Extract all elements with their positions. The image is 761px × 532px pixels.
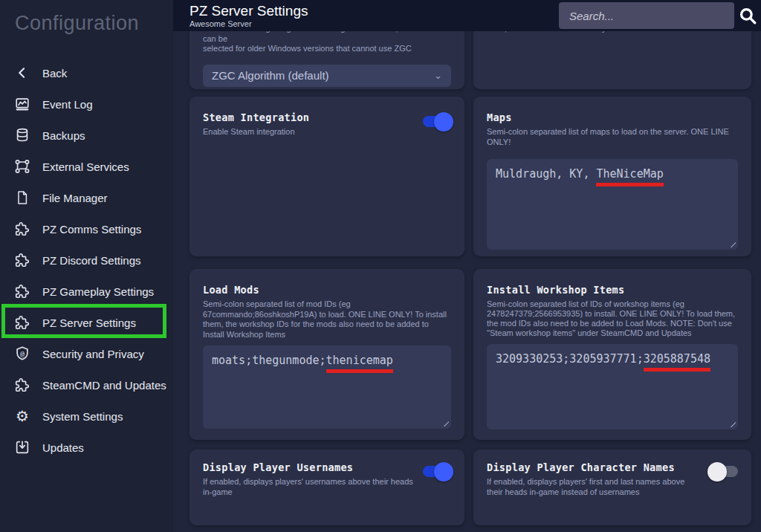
sidebar-item-updates[interactable]: Updates [0,432,173,463]
resize-handle[interactable] [441,419,449,426]
card-load-mods: Load Mods Semi-colon separated list of m… [190,269,464,440]
setting-description: If enabled, displays players' first and … [487,477,702,497]
display-player-character-names-toggle[interactable] [710,466,738,477]
garbage-collector-select[interactable]: ZGC Algorithm (default) ⌄ [203,65,451,87]
setting-description-clipped: The default Java garbage collection algo… [203,31,451,44]
page-title: PZ Server Settings [190,3,308,19]
puzzle-icon [13,220,31,238]
setting-title: Display Player Usernames [203,461,423,473]
setting-title: Display Player Character Names [487,461,702,473]
resize-handle[interactable] [728,240,736,247]
setting-description: selected for older Windows versions that… [203,44,451,54]
install-workshop-items-input[interactable]: 3209330253;3205937771;3205887548 [487,344,738,429]
network-icon [13,158,31,175]
sidebar-item-label: External Services [42,160,129,173]
puzzle-icon [13,376,31,394]
sidebar-item-event-log[interactable]: Event Log [0,88,173,120]
sidebar-item-label: SteamCMD and Updates [42,379,166,392]
sidebar-item-label: Updates [42,441,84,454]
setting-description: If enabled, displays players' usernames … [203,477,423,497]
svg-text:@: @ [20,349,25,357]
sidebar-nav: Back Event Log Backups External Services [0,57,173,463]
card-maps: Maps Semi-colon separated list of maps t… [473,97,751,256]
setting-description: Semi-colon separated list of mod IDs (eg… [203,299,451,340]
sidebar-item-label: System Settings [42,410,123,423]
toggle-knob [707,462,727,481]
sidebar-item-label: Event Log [42,98,93,111]
sidebar-item-security-and-privacy[interactable]: @ Security and Privacy [0,338,173,369]
sidebar-item-system-settings[interactable]: ⚙ System Settings [0,400,173,432]
app-window: Configuration Back Event Log Backups [0,0,761,532]
sidebar-item-back[interactable]: Back [0,57,173,88]
puzzle-icon [13,251,31,269]
card-display-player-usernames: Display Player Usernames If enabled, dis… [190,450,464,525]
setting-title: Steam Integration [203,111,309,123]
sidebar-item-label: PZ Comms Settings [42,223,141,236]
sidebar-item-pz-gameplay-settings[interactable]: PZ Gameplay Settings [0,276,173,307]
page-subtitle: Awesome Server [190,19,308,29]
card-steam-integration: Steam Integration Enable Steam integrati… [190,97,464,256]
sidebar-item-steamcmd-and-updates[interactable]: SteamCMD and Updates [0,369,173,400]
setting-title: Maps [487,111,738,123]
sidebar-item-label: Back [42,67,67,80]
setting-description: Enable Steam integration [203,127,309,137]
sidebar-item-file-manager[interactable]: File Manager [0,182,173,213]
puzzle-icon [13,314,31,331]
sidebar-item-backups[interactable]: Backups [0,120,173,151]
sidebar-item-label: PZ Gameplay Settings [42,285,154,298]
search-input[interactable] [559,2,734,29]
card-vac: If set, enables the Steam VAC system [473,31,751,89]
card-display-player-character-names: Display Player Character Names If enable… [473,450,751,525]
setting-description: Semi-colon separated list of maps to loa… [487,127,738,147]
sidebar-item-label: Security and Privacy [42,348,144,360]
database-icon [13,126,31,144]
sidebar-item-label: File Manager [42,192,108,204]
card-install-workshop-items: Install Workshop Items Semi-colon separa… [473,269,751,440]
steam-integration-toggle[interactable] [423,116,451,127]
toggle-knob [434,462,453,481]
chevron-left-icon [13,64,31,82]
sidebar: Configuration Back Event Log Backups [0,0,173,532]
annotation-underline: TheNiceMap [596,167,663,186]
select-value: ZGC Algorithm (default) [212,69,434,82]
sidebar-item-label: Backups [42,129,85,142]
setting-title: Load Mods [203,284,451,296]
settings-content: The default Java garbage collection algo… [173,31,761,532]
resize-handle[interactable] [728,420,736,427]
shield-at-icon: @ [13,345,31,363]
display-player-usernames-toggle[interactable] [423,466,451,477]
sidebar-item-pz-comms-settings[interactable]: PZ Comms Settings [0,213,173,244]
setting-description-clipped: If set, enables the Steam VAC system [487,31,738,34]
puzzle-icon [13,282,31,300]
load-mods-value: moats;thegunmode; [212,354,326,367]
card-garbage-collector: The default Java garbage collection algo… [190,31,464,89]
file-icon [13,189,31,207]
page-header: PZ Server Settings Awesome Server [173,0,761,31]
sidebar-item-label: PZ Discord Settings [42,254,141,267]
search-icon [738,6,757,25]
toggle-knob [434,112,453,132]
sidebar-item-external-services[interactable]: External Services [0,151,173,182]
annotation-underline: 3205887548 [644,352,710,372]
download-icon [13,438,31,456]
workshop-items-value: 3209330253;3205937771; [496,352,644,366]
gear-icon: ⚙ [13,407,31,425]
chevron-down-icon: ⌄ [434,70,442,81]
sidebar-item-label: PZ Server Settings [42,317,136,329]
setting-description: Semi-colon separated list of IDs of work… [487,299,738,338]
sidebar-item-pz-server-settings[interactable]: PZ Server Settings [0,307,173,338]
maps-value: Muldraugh, KY, [496,167,596,181]
load-mods-input[interactable]: moats;thegunmode;thenicemap [203,346,451,429]
sidebar-title: Configuration [15,12,173,35]
setting-title: Install Workshop Items [487,284,738,296]
annotation-underline: thenicemap [326,354,393,373]
sidebar-item-pz-discord-settings[interactable]: PZ Discord Settings [0,244,173,276]
search-button[interactable] [734,1,761,30]
maps-input[interactable]: Muldraugh, KY, TheNiceMap [487,159,738,250]
event-log-icon [13,95,31,113]
